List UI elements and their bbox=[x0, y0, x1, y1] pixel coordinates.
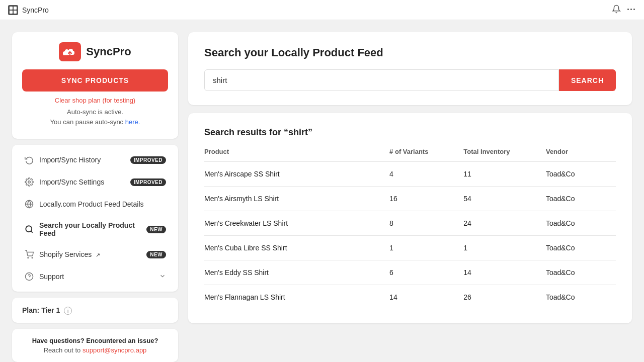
table-row: Men's Eddy SS Shirt 6 14 Toad&Co bbox=[204, 260, 616, 285]
cell-vendor-4: Toad&Co bbox=[546, 260, 616, 285]
cell-product-0: Men's Airscape SS Shirt bbox=[204, 162, 389, 187]
sidebar-item-import-history[interactable]: Import/Sync History IMPROVED bbox=[16, 149, 174, 171]
plan-info-icon[interactable]: i bbox=[64, 307, 72, 315]
topbar-app-icon bbox=[8, 5, 18, 15]
topbar-app-name: SyncPro bbox=[22, 6, 49, 14]
cell-product-5: Men's Flannagan LS Shirt bbox=[204, 285, 389, 310]
sidebar-item-locally-feed-label: Locally.com Product Feed Details bbox=[39, 200, 166, 208]
cell-variants-4: 6 bbox=[389, 260, 463, 285]
results-title: Search results for “shirt” bbox=[204, 127, 616, 138]
table-row: Men's Airscape SS Shirt 4 11 Toad&Co bbox=[204, 162, 616, 187]
results-card: Search results for “shirt” Product # of … bbox=[188, 113, 632, 323]
external-link-icon: ↗ bbox=[96, 252, 100, 258]
notification-icon[interactable] bbox=[612, 5, 621, 16]
search-input[interactable] bbox=[204, 69, 559, 91]
cell-variants-3: 1 bbox=[389, 236, 463, 260]
topbar: SyncPro ··· bbox=[0, 0, 644, 20]
table-row: Men's Cuba Libre SS Shirt 1 1 Toad&Co bbox=[204, 236, 616, 260]
brand-section: SyncPro SYNC PRODUCTS Clear shop plan (f… bbox=[22, 42, 168, 129]
sidebar-item-search-feed-label: Search your Locally Product Feed bbox=[39, 221, 141, 237]
cell-vendor-1: Toad&Co bbox=[546, 187, 616, 211]
cell-inventory-4: 14 bbox=[463, 260, 546, 285]
import-settings-badge: IMPROVED bbox=[130, 178, 166, 186]
brand-logo-icon bbox=[59, 42, 81, 61]
svg-point-11 bbox=[28, 257, 29, 258]
cell-inventory-0: 11 bbox=[463, 162, 546, 187]
col-header-product: Product bbox=[204, 148, 389, 162]
nav-section: Import/Sync History IMPROVED Import/Sync… bbox=[12, 145, 178, 292]
plan-text: Plan: Tier 1 i bbox=[22, 306, 72, 314]
cell-inventory-3: 1 bbox=[463, 236, 546, 260]
cell-vendor-5: Toad&Co bbox=[546, 285, 616, 310]
search-card: Search your Locally Product Feed SEARCH bbox=[188, 32, 632, 105]
page-title: Search your Locally Product Feed bbox=[204, 46, 616, 59]
support-email-link[interactable]: support@syncpro.app bbox=[83, 346, 146, 354]
sidebar-item-shopify-services[interactable]: Shopify Services ↗ NEW bbox=[16, 243, 174, 265]
auto-sync-status: Auto-sync is active. You can pause auto-… bbox=[50, 107, 140, 127]
table-row: Men's Creekwater LS Shirt 8 24 Toad&Co bbox=[204, 211, 616, 236]
cell-variants-5: 14 bbox=[389, 285, 463, 310]
sidebar-item-support[interactable]: Support bbox=[16, 265, 174, 288]
cell-inventory-5: 26 bbox=[463, 285, 546, 310]
results-table: Product # of Variants Total Inventory Ve… bbox=[204, 148, 616, 309]
svg-point-12 bbox=[32, 257, 33, 258]
search-button[interactable]: SEARCH bbox=[559, 69, 616, 91]
col-header-variants: # of Variants bbox=[389, 148, 463, 162]
topbar-left: SyncPro bbox=[8, 5, 49, 15]
sidebar: SyncPro SYNC PRODUCTS Clear shop plan (f… bbox=[12, 32, 178, 362]
search-feed-icon bbox=[24, 224, 34, 234]
cell-variants-0: 4 bbox=[389, 162, 463, 187]
shopify-services-icon bbox=[24, 249, 34, 259]
cell-variants-2: 8 bbox=[389, 211, 463, 236]
search-row: SEARCH bbox=[204, 69, 616, 91]
support-question-text: Have questions? Encountered an issue? bbox=[22, 337, 168, 344]
search-feed-badge: NEW bbox=[146, 226, 166, 233]
sidebar-item-import-history-label: Import/Sync History bbox=[39, 156, 125, 164]
brand-name: SyncPro bbox=[86, 45, 131, 58]
import-history-badge: IMPROVED bbox=[130, 156, 166, 164]
svg-point-9 bbox=[26, 226, 32, 232]
cell-product-3: Men's Cuba Libre SS Shirt bbox=[204, 236, 389, 260]
support-card: Have questions? Encountered an issue? Re… bbox=[12, 329, 178, 362]
svg-rect-1 bbox=[14, 7, 17, 10]
more-options-icon[interactable]: ··· bbox=[627, 5, 636, 15]
sidebar-item-locally-feed[interactable]: Locally.com Product Feed Details bbox=[16, 193, 174, 215]
cell-inventory-2: 24 bbox=[463, 211, 546, 236]
svg-point-6 bbox=[28, 181, 31, 184]
cell-variants-1: 16 bbox=[389, 187, 463, 211]
topbar-right: ··· bbox=[612, 5, 636, 16]
svg-rect-3 bbox=[14, 11, 17, 14]
cell-vendor-2: Toad&Co bbox=[546, 211, 616, 236]
col-header-inventory: Total Inventory bbox=[463, 148, 546, 162]
brand-card: SyncPro SYNC PRODUCTS Clear shop plan (f… bbox=[12, 32, 178, 139]
pause-sync-link[interactable]: here. bbox=[125, 118, 140, 126]
cell-vendor-0: Toad&Co bbox=[546, 162, 616, 187]
sidebar-item-import-settings[interactable]: Import/Sync Settings IMPROVED bbox=[16, 171, 174, 193]
cell-product-4: Men's Eddy SS Shirt bbox=[204, 260, 389, 285]
sidebar-item-search-feed[interactable]: Search your Locally Product Feed NEW bbox=[16, 215, 174, 243]
shopify-services-badge: NEW bbox=[146, 251, 166, 258]
table-body: Men's Airscape SS Shirt 4 11 Toad&Co Men… bbox=[204, 162, 616, 310]
sync-history-icon bbox=[24, 155, 34, 165]
main-content: Search your Locally Product Feed SEARCH … bbox=[188, 32, 632, 362]
svg-line-10 bbox=[31, 231, 32, 232]
cell-product-2: Men's Creekwater LS Shirt bbox=[204, 211, 389, 236]
clear-plan-link[interactable]: Clear shop plan (for testing) bbox=[55, 97, 135, 104]
sync-products-button[interactable]: SYNC PRODUCTS bbox=[22, 69, 168, 92]
locally-feed-icon bbox=[24, 199, 34, 209]
table-row: Men's Airsmyth LS Shirt 16 54 Toad&Co bbox=[204, 187, 616, 211]
settings-icon bbox=[24, 177, 34, 187]
sidebar-item-support-label: Support bbox=[39, 273, 154, 281]
plan-section: Plan: Tier 1 i bbox=[12, 298, 178, 323]
table-header: Product # of Variants Total Inventory Ve… bbox=[204, 148, 616, 162]
main-layout: SyncPro SYNC PRODUCTS Clear shop plan (f… bbox=[0, 20, 644, 362]
cell-inventory-1: 54 bbox=[463, 187, 546, 211]
svg-rect-2 bbox=[10, 11, 13, 14]
support-chevron-icon bbox=[159, 273, 166, 281]
table-row: Men's Flannagan LS Shirt 14 26 Toad&Co bbox=[204, 285, 616, 310]
col-header-vendor: Vendor bbox=[546, 148, 616, 162]
svg-rect-0 bbox=[10, 7, 13, 10]
sidebar-item-import-settings-label: Import/Sync Settings bbox=[39, 178, 125, 186]
cell-vendor-3: Toad&Co bbox=[546, 236, 616, 260]
sidebar-item-shopify-services-label: Shopify Services ↗ bbox=[39, 250, 141, 258]
